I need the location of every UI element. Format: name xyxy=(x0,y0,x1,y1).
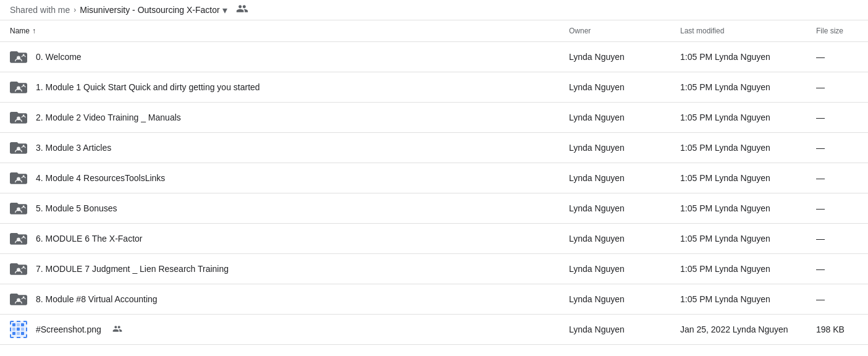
file-modified: 1:05 PM Lynda Nguyen xyxy=(670,224,806,254)
table-row[interactable]: 7. MODULE 7 Judgment _ Lien Research Tra… xyxy=(0,254,868,284)
file-owner: Lynda Nguyen xyxy=(559,254,670,284)
file-name-text: 8. Module #8 Virtual Accounting xyxy=(36,294,158,304)
shared-folder-icon xyxy=(10,78,28,96)
file-modified: 1:05 PM Lynda Nguyen xyxy=(670,193,806,224)
file-modified: 1:05 PM Lynda Nguyen xyxy=(670,133,806,163)
file-modified: 1:05 PM Lynda Nguyen xyxy=(670,42,806,72)
file-size: — xyxy=(806,284,868,315)
file-modified: 1:05 PM Lynda Nguyen xyxy=(670,103,806,133)
file-owner: Lynda Nguyen xyxy=(559,133,670,163)
name-column-header[interactable]: Name ↑ xyxy=(0,20,559,42)
shared-folder-icon xyxy=(10,139,28,156)
shared-folder-icon xyxy=(10,48,28,66)
file-owner: Lynda Nguyen xyxy=(559,224,670,254)
shared-folder-icon xyxy=(10,169,28,187)
file-name-cell: 6. MODULE 6 The X-Factor xyxy=(0,224,559,254)
file-name-cell: 0. Welcome xyxy=(0,42,559,72)
current-folder-link[interactable]: Misuniversity - Outsourcing X-Factor ▾ xyxy=(80,4,227,16)
file-owner: Lynda Nguyen xyxy=(559,72,670,103)
table-row[interactable]: 8. Module #8 Virtual AccountingLynda Ngu… xyxy=(0,284,868,315)
file-name-cell: 2. Module 2 Video Training _ Manuals xyxy=(0,103,559,133)
file-modified: 1:05 PM Lynda Nguyen xyxy=(670,72,806,103)
file-name-text: 6. MODULE 6 The X-Factor xyxy=(36,234,142,244)
file-name-text: 5. Module 5 Bonuses xyxy=(36,203,117,213)
file-shared-icon xyxy=(112,324,122,336)
file-owner: Lynda Nguyen xyxy=(559,315,670,345)
file-table: Name ↑ Owner Last modified File size xyxy=(0,20,868,345)
file-size: 198 KB xyxy=(806,315,868,345)
file-name-cell: 5. Module 5 Bonuses xyxy=(0,193,559,224)
file-size: — xyxy=(806,133,868,163)
table-header-row: Name ↑ Owner Last modified File size xyxy=(0,20,868,42)
file-name-text: #Screenshot.png xyxy=(36,324,101,334)
shared-folder-icon xyxy=(10,109,28,126)
file-name-cell: 3. Module 3 Articles xyxy=(0,133,559,163)
file-size: — xyxy=(806,72,868,103)
size-column-header[interactable]: File size xyxy=(806,20,868,42)
file-name-text: 7. MODULE 7 Judgment _ Lien Research Tra… xyxy=(36,264,229,274)
file-modified: 1:05 PM Lynda Nguyen xyxy=(670,284,806,315)
file-name-text: 4. Module 4 ResourcesToolsLinks xyxy=(36,173,165,183)
file-modified: 1:05 PM Lynda Nguyen xyxy=(670,254,806,284)
breadcrumb: Shared with me › Misuniversity - Outsour… xyxy=(0,0,868,20)
table-row[interactable]: 1. Module 1 Quick Start Quick and dirty … xyxy=(0,72,868,103)
file-owner: Lynda Nguyen xyxy=(559,163,670,193)
shared-folder-icon xyxy=(10,230,28,247)
file-owner: Lynda Nguyen xyxy=(559,42,670,72)
file-size: — xyxy=(806,193,868,224)
file-owner: Lynda Nguyen xyxy=(559,284,670,315)
file-name-cell: 8. Module #8 Virtual Accounting xyxy=(0,284,559,315)
file-size: — xyxy=(806,103,868,133)
sort-ascending-icon: ↑ xyxy=(32,27,36,35)
file-name-cell: 1. Module 1 Quick Start Quick and dirty … xyxy=(0,72,559,103)
shared-folder-icon xyxy=(10,200,28,217)
shared-with-me-link[interactable]: Shared with me xyxy=(10,5,70,15)
folder-dropdown-arrow[interactable]: ▾ xyxy=(222,4,227,16)
table-row[interactable]: 3. Module 3 ArticlesLynda Nguyen1:05 PM … xyxy=(0,133,868,163)
modified-column-header[interactable]: Last modified xyxy=(670,20,806,42)
image-file-icon xyxy=(10,321,28,338)
file-name-cell: #Screenshot.png xyxy=(0,315,559,345)
file-size: — xyxy=(806,42,868,72)
shared-folder-icon xyxy=(10,290,28,308)
folder-name-label: Misuniversity - Outsourcing X-Factor xyxy=(80,5,219,15)
table-row[interactable]: 0. WelcomeLynda Nguyen1:05 PM Lynda Nguy… xyxy=(0,42,868,72)
table-row[interactable]: 5. Module 5 BonusesLynda Nguyen1:05 PM L… xyxy=(0,193,868,224)
breadcrumb-chevron: › xyxy=(74,6,76,14)
file-owner: Lynda Nguyen xyxy=(559,103,670,133)
table-row[interactable]: 4. Module 4 ResourcesToolsLinksLynda Ngu… xyxy=(0,163,868,193)
table-row[interactable]: 2. Module 2 Video Training _ ManualsLynd… xyxy=(0,103,868,133)
file-name-text: 1. Module 1 Quick Start Quick and dirty … xyxy=(36,82,260,92)
file-size: — xyxy=(806,224,868,254)
file-name-cell: 7. MODULE 7 Judgment _ Lien Research Tra… xyxy=(0,254,559,284)
owner-column-header[interactable]: Owner xyxy=(559,20,670,42)
shared-folder-icon xyxy=(10,260,28,278)
file-size: — xyxy=(806,254,868,284)
file-name-text: 2. Module 2 Video Training _ Manuals xyxy=(36,112,181,122)
file-name-text: 0. Welcome xyxy=(36,52,82,62)
file-owner: Lynda Nguyen xyxy=(559,193,670,224)
file-name-cell: 4. Module 4 ResourcesToolsLinks xyxy=(0,163,559,193)
file-modified: Jan 25, 2022 Lynda Nguyen xyxy=(670,315,806,345)
table-row[interactable]: 6. MODULE 6 The X-FactorLynda Nguyen1:05… xyxy=(0,224,868,254)
table-row[interactable]: #Screenshot.pngLynda NguyenJan 25, 2022 … xyxy=(0,315,868,345)
file-name-text: 3. Module 3 Articles xyxy=(36,143,111,153)
file-size: — xyxy=(806,163,868,193)
file-modified: 1:05 PM Lynda Nguyen xyxy=(670,163,806,193)
shared-people-icon[interactable] xyxy=(236,2,248,18)
